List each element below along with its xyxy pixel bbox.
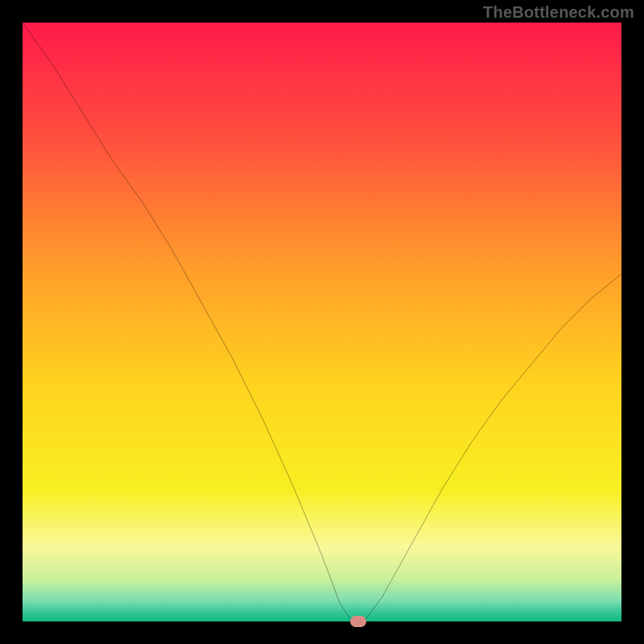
heat-gradient-background	[23, 23, 621, 621]
watermark-text: TheBottleneck.com	[483, 3, 634, 22]
bottleneck-curve-plot	[23, 23, 621, 621]
bottleneck-chart-frame: TheBottleneck.com	[0, 0, 644, 644]
optimal-marker-icon	[350, 616, 366, 627]
